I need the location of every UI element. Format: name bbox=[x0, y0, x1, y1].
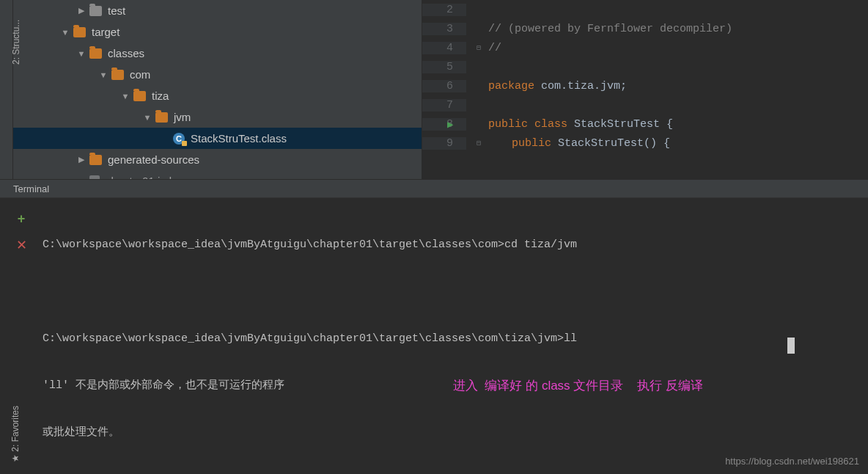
fold-marker-icon[interactable]: ⊟ bbox=[475, 43, 482, 52]
code-line[interactable] bbox=[466, 4, 501, 16]
term-line: C:\workspace\workspace_idea\jvmByAtguigu… bbox=[43, 327, 868, 351]
terminal-title: Terminal bbox=[13, 183, 49, 194]
tree-label: generated-sources bbox=[108, 153, 199, 166]
tree-label: test bbox=[108, 4, 125, 17]
terminal-toolbar: + ✕ bbox=[0, 198, 43, 474]
gutter-line-number: 6 bbox=[422, 80, 466, 92]
folder-icon bbox=[111, 70, 124, 80]
tree-item-iml[interactable]: chapter01.iml bbox=[13, 170, 422, 179]
folder-icon bbox=[89, 155, 102, 165]
gutter-line-number: 3 bbox=[422, 23, 466, 35]
terminal-output[interactable]: C:\workspace\workspace_idea\jvmByAtguigu… bbox=[43, 198, 868, 474]
collapse-arrow-icon[interactable]: ▶ bbox=[76, 155, 87, 164]
code-editor[interactable]: 2 3 // (powered by Fernflower decompiler… bbox=[422, 0, 868, 179]
new-terminal-button[interactable]: + bbox=[18, 211, 26, 227]
code-line[interactable]: // bbox=[466, 42, 501, 54]
expand-arrow-icon[interactable]: ▼ bbox=[142, 113, 152, 122]
favorites-tool-label[interactable]: ★ 2: Favorites bbox=[10, 406, 21, 462]
structure-tool-label[interactable]: 2: Structu... bbox=[11, 20, 21, 65]
iml-file-icon bbox=[89, 175, 100, 180]
tree-item-generated-sources[interactable]: ▶ generated-sources bbox=[13, 149, 422, 170]
term-line bbox=[43, 280, 868, 304]
tree-label: jvm bbox=[174, 111, 191, 123]
tree-item-tiza[interactable]: ▼ tiza bbox=[13, 85, 422, 106]
terminal-header[interactable]: Terminal bbox=[0, 179, 868, 198]
class-file-icon: C bbox=[173, 133, 185, 145]
tree-item-target[interactable]: ▼ target bbox=[13, 21, 422, 43]
tree-item-classes[interactable]: ▼ classes bbox=[13, 43, 422, 64]
code-line[interactable]: public class StackStruTest { bbox=[466, 118, 673, 131]
code-line[interactable]: // (powered by Fernflower decompiler) bbox=[466, 23, 732, 35]
project-tree-panel[interactable]: ▶ test ▼ target ▼ classes ▼ com ▼ tiza bbox=[0, 0, 422, 179]
gutter-line-number: 2 bbox=[422, 4, 466, 16]
gutter-line-number: 8 bbox=[422, 118, 466, 131]
run-gutter-icon[interactable]: ▶ bbox=[447, 118, 453, 131]
tree-label: chapter01.iml bbox=[106, 175, 172, 179]
fold-marker-icon[interactable]: ⊟ bbox=[475, 139, 482, 147]
expand-arrow-icon[interactable]: ▼ bbox=[76, 49, 87, 58]
collapse-arrow-icon[interactable]: ▶ bbox=[76, 6, 87, 15]
tree-label: com bbox=[130, 68, 150, 81]
tree-item-test[interactable]: ▶ test bbox=[13, 0, 422, 21]
code-line[interactable]: public StackStruTest() { bbox=[466, 137, 670, 150]
term-line: C:\workspace\workspace_idea\jvmByAtguigu… bbox=[43, 233, 868, 257]
tree-label: classes bbox=[108, 47, 144, 59]
folder-icon bbox=[89, 48, 102, 59]
code-line[interactable]: package com.tiza.jvm; bbox=[466, 80, 627, 92]
watermark-text: https://blog.csdn.net/wei198621 bbox=[725, 456, 859, 467]
close-terminal-button[interactable]: ✕ bbox=[16, 237, 27, 253]
folder-icon bbox=[73, 27, 86, 37]
tree-item-com[interactable]: ▼ com bbox=[13, 64, 422, 85]
annotation-overlay: 进入 编译好 的 class 文件目录 执行 反编译 bbox=[453, 374, 703, 398]
left-tool-sidebar: 2: Structu... bbox=[0, 0, 13, 179]
tree-label: StackStruTest.class bbox=[191, 132, 287, 145]
terminal-cursor-icon bbox=[787, 338, 795, 354]
expand-arrow-icon[interactable]: ▼ bbox=[98, 70, 108, 79]
gutter-line-number: 4 bbox=[422, 42, 466, 54]
gutter-line-number: 5 bbox=[422, 61, 466, 73]
folder-icon bbox=[133, 91, 146, 101]
term-line bbox=[43, 468, 868, 474]
tree-item-jvm[interactable]: ▼ jvm bbox=[13, 106, 422, 128]
folder-icon bbox=[155, 112, 168, 123]
expand-arrow-icon[interactable]: ▼ bbox=[120, 92, 130, 101]
gutter-line-number: 9 bbox=[422, 137, 466, 150]
tree-label: target bbox=[92, 26, 119, 38]
tree-label: tiza bbox=[152, 90, 169, 102]
folder-icon bbox=[89, 6, 102, 16]
term-line: 或批处理文件。 bbox=[43, 421, 868, 445]
expand-arrow-icon[interactable]: ▼ bbox=[60, 28, 70, 37]
tree-item-classfile[interactable]: C StackStruTest.class bbox=[0, 128, 422, 149]
gutter-line-number: 7 bbox=[422, 99, 466, 112]
